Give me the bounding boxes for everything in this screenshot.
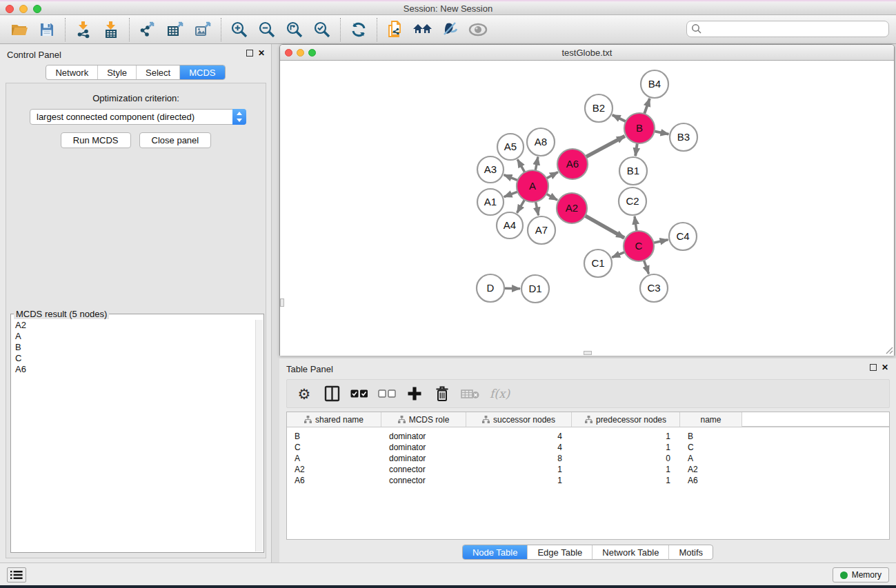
table-cell[interactable]: C (680, 443, 742, 454)
mcds-result-item-a6[interactable]: A6 (12, 364, 255, 375)
table-cell[interactable]: dominator (381, 454, 466, 465)
close-panel-icon[interactable]: ✕ (258, 48, 265, 58)
export-table-button[interactable] (161, 17, 189, 43)
column-header-predecessor-nodes[interactable]: predecessor nodes (572, 412, 680, 427)
graph-edge-A2-C[interactable] (585, 216, 624, 238)
table-cell[interactable]: 1 (572, 476, 680, 487)
import-network-button[interactable] (70, 17, 97, 43)
table-cell[interactable]: B (287, 432, 381, 443)
float-table-panel-icon[interactable] (870, 364, 877, 371)
network-window-titlebar[interactable]: testGlobe.txt (280, 45, 894, 61)
table-cell[interactable]: C (287, 443, 381, 454)
graph-node-D1[interactable]: D1 (521, 275, 549, 303)
table-cell[interactable]: 1 (572, 432, 680, 443)
graph-node-A1[interactable]: A1 (477, 189, 504, 215)
table-tab-network-table[interactable]: Network Table (592, 545, 668, 559)
create-column-button[interactable] (406, 383, 424, 405)
graph-node-B4[interactable]: B4 (641, 70, 668, 98)
select-all-button[interactable] (350, 383, 368, 405)
graph-node-C2[interactable]: C2 (619, 187, 646, 215)
graph-node-A2[interactable]: A2 (557, 193, 587, 223)
delete-column-button[interactable] (433, 383, 451, 405)
table-cell[interactable]: 4 (466, 443, 572, 454)
tab-mcds[interactable]: MCDS (179, 65, 224, 79)
graph-edge-A6-B[interactable] (586, 136, 624, 156)
graph-edge-A-A1[interactable] (504, 192, 518, 196)
graph-edge-C-C3[interactable] (644, 261, 648, 274)
delete-table-button[interactable] (461, 383, 480, 405)
graph-node-B1[interactable]: B1 (619, 157, 647, 185)
mcds-result-item-b[interactable]: B (12, 342, 255, 353)
tab-select[interactable]: Select (136, 65, 179, 79)
graph-edge-C-C4[interactable] (653, 240, 668, 243)
close-table-panel-icon[interactable]: ✕ (882, 363, 888, 372)
graph-edge-A-A2[interactable] (546, 194, 557, 200)
table-cell[interactable]: connector (381, 476, 466, 487)
graph-node-C1[interactable]: C1 (584, 250, 612, 277)
refresh-view-button[interactable] (345, 17, 372, 43)
table-tab-motifs[interactable]: Motifs (668, 545, 713, 559)
graph-edge-A-A4[interactable] (517, 200, 525, 213)
search-input[interactable] (686, 21, 889, 37)
graph-edge-B-B1[interactable] (635, 143, 637, 156)
deselect-all-button[interactable] (378, 383, 396, 405)
home-button[interactable] (409, 17, 437, 43)
column-header-name[interactable]: name (680, 412, 742, 427)
tab-network[interactable]: Network (46, 65, 97, 79)
graph-edge-A-A8[interactable] (535, 157, 538, 171)
network-canvas[interactable]: B4B2BB3A5A8A6A3B1AA1C2A2A4A7C4CC1C3DD1 (280, 61, 894, 356)
graph-edge-A-A7[interactable] (536, 202, 539, 216)
graph-node-B2[interactable]: B2 (585, 94, 613, 122)
table-cell[interactable]: 1 (466, 465, 572, 476)
graph-node-A[interactable]: A (517, 170, 548, 202)
task-history-button[interactable] (7, 567, 26, 582)
show-preview-button[interactable] (464, 17, 492, 43)
table-cell[interactable]: dominator (381, 432, 466, 443)
export-network-button[interactable] (134, 17, 161, 43)
table-tab-node-table[interactable]: Node Table (463, 545, 528, 559)
table-cell[interactable]: 4 (466, 432, 572, 443)
graph-edge-A-A3[interactable] (504, 175, 518, 181)
graph-node-A3[interactable]: A3 (477, 156, 504, 183)
graph-node-C3[interactable]: C3 (640, 274, 668, 302)
graph-edge-A-A5[interactable] (517, 159, 524, 172)
export-image-button[interactable] (189, 17, 217, 43)
criterion-dropdown[interactable]: largest connected component (directed) (30, 109, 246, 125)
table-cell[interactable]: connector (381, 465, 466, 476)
graph-node-B[interactable]: B (624, 113, 655, 143)
graph-node-A7[interactable]: A7 (528, 216, 555, 244)
table-cell[interactable]: A6 (680, 476, 742, 487)
close-panel-button[interactable]: Close panel (139, 132, 212, 148)
zoom-selected-button[interactable] (308, 17, 336, 43)
graph-node-D[interactable]: D (477, 274, 504, 302)
column-settings-button[interactable]: ⚙ (295, 383, 313, 405)
graph-edge-B-B4[interactable] (644, 99, 650, 114)
vertical-scroll-nub[interactable] (280, 298, 284, 307)
table-cell[interactable]: 1 (466, 476, 572, 487)
graph-edge-B-B2[interactable] (613, 115, 626, 122)
import-table-button[interactable] (97, 17, 125, 43)
result-list-scrollbar[interactable] (255, 320, 263, 551)
network-from-document-button[interactable] (381, 17, 409, 43)
zoom-in-button[interactable] (226, 17, 253, 43)
tab-style[interactable]: Style (97, 65, 136, 79)
function-builder-button[interactable]: f(x) (490, 383, 510, 405)
hide-graphics-details-button[interactable] (437, 17, 464, 43)
graph-edge-C-C2[interactable] (635, 216, 637, 231)
graph-node-C4[interactable]: C4 (669, 223, 697, 250)
table-cell[interactable]: 0 (572, 454, 680, 465)
resize-grip-icon[interactable] (885, 346, 893, 354)
table-tab-edge-table[interactable]: Edge Table (527, 545, 592, 559)
float-panel-icon[interactable] (246, 50, 253, 57)
graph-node-A8[interactable]: A8 (527, 128, 555, 156)
graph-node-B3[interactable]: B3 (670, 123, 697, 151)
graph-edge-C-C1[interactable] (612, 252, 624, 258)
graph-edge-A-A6[interactable] (546, 172, 558, 179)
column-header-shared-name[interactable]: shared name (287, 412, 381, 427)
graph-node-A4[interactable]: A4 (497, 212, 523, 239)
table-cell[interactable]: A2 (287, 465, 381, 476)
table-cell[interactable]: B (680, 432, 742, 443)
horizontal-scroll-nub[interactable] (584, 351, 592, 355)
table-cell[interactable]: A2 (680, 465, 742, 476)
table-cell[interactable]: A (680, 454, 742, 465)
